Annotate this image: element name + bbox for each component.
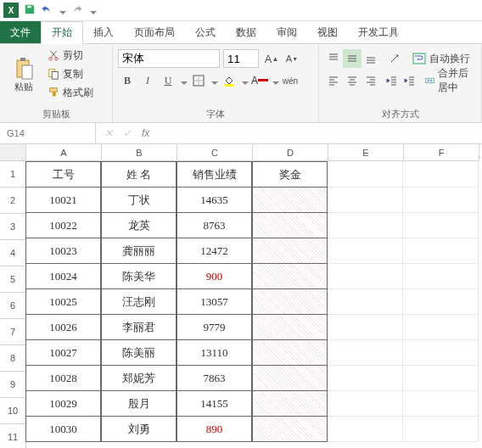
tab-page-layout[interactable]: 页面布局: [124, 21, 185, 43]
increase-font-icon[interactable]: A▲: [262, 49, 281, 68]
borders-button[interactable]: [189, 71, 208, 90]
undo-dropdown-icon[interactable]: [59, 7, 66, 14]
cell[interactable]: [403, 365, 479, 391]
italic-button[interactable]: I: [138, 71, 157, 90]
qat-customize-icon[interactable]: [90, 7, 97, 14]
row-header[interactable]: 7: [0, 319, 26, 345]
cell[interactable]: [328, 263, 403, 289]
cell[interactable]: 10022: [25, 212, 101, 238]
cell[interactable]: [328, 288, 403, 315]
fx-icon[interactable]: fx: [142, 127, 149, 139]
col-header[interactable]: D: [253, 144, 328, 161]
cell[interactable]: 890: [177, 416, 252, 442]
tab-formulas[interactable]: 公式: [185, 21, 226, 43]
cell[interactable]: 7863: [177, 365, 252, 391]
cell[interactable]: [328, 161, 403, 188]
cell[interactable]: 龙英: [101, 212, 177, 238]
cell[interactable]: [403, 263, 479, 289]
font-color-button[interactable]: A: [250, 71, 269, 90]
cell[interactable]: [328, 416, 403, 442]
cell[interactable]: [403, 238, 479, 264]
orientation-icon[interactable]: [385, 49, 404, 68]
cell[interactable]: 姓 名: [101, 161, 177, 188]
cell[interactable]: [328, 314, 403, 340]
underline-button[interactable]: U: [159, 71, 177, 90]
cell[interactable]: [252, 416, 328, 442]
decrease-indent-icon[interactable]: [385, 71, 398, 90]
cell[interactable]: 刘勇: [101, 416, 177, 442]
font-name-input[interactable]: [118, 49, 220, 68]
cell[interactable]: 9779: [177, 314, 252, 340]
cell[interactable]: 14635: [177, 187, 252, 213]
cell[interactable]: [252, 314, 328, 340]
align-middle-icon[interactable]: [343, 49, 362, 68]
wrap-text-button[interactable]: 自动换行: [409, 49, 474, 68]
cell[interactable]: [403, 288, 479, 315]
cell[interactable]: 10028: [25, 365, 101, 391]
row-header[interactable]: 4: [0, 240, 26, 266]
cell[interactable]: [403, 314, 479, 340]
cell[interactable]: 李丽君: [101, 314, 177, 340]
align-top-icon[interactable]: [324, 49, 343, 68]
cell[interactable]: [403, 161, 479, 188]
col-header[interactable]: B: [102, 144, 177, 161]
tab-data[interactable]: 数据: [226, 21, 266, 43]
cell[interactable]: [252, 288, 328, 315]
align-bottom-icon[interactable]: [362, 49, 380, 68]
copy-button[interactable]: 复制: [44, 64, 97, 83]
bold-button[interactable]: B: [118, 71, 137, 90]
cell[interactable]: 奖金: [252, 161, 328, 188]
chevron-down-icon[interactable]: [272, 77, 279, 84]
cell[interactable]: 10026: [25, 314, 101, 340]
cell[interactable]: [328, 212, 403, 238]
cell[interactable]: 汪志刚: [101, 288, 177, 315]
cell[interactable]: [403, 187, 479, 213]
cell[interactable]: [328, 187, 403, 213]
cell[interactable]: [252, 187, 328, 213]
cell[interactable]: 陈美华: [101, 263, 177, 289]
cell[interactable]: 龚丽丽: [101, 238, 177, 264]
chevron-down-icon[interactable]: [242, 77, 249, 84]
cell[interactable]: 10025: [25, 288, 101, 315]
row-header[interactable]: 6: [0, 293, 26, 319]
cell[interactable]: 10027: [25, 339, 101, 366]
cell[interactable]: [328, 365, 403, 391]
row-header[interactable]: 8: [0, 345, 26, 372]
cell[interactable]: [252, 263, 328, 289]
row-header[interactable]: 1: [0, 161, 26, 188]
cell[interactable]: 郑妮芳: [101, 365, 177, 391]
enter-icon[interactable]: ✓: [123, 127, 132, 139]
cell[interactable]: 13057: [177, 288, 252, 315]
font-size-input[interactable]: [223, 49, 259, 68]
row-header[interactable]: 3: [0, 214, 26, 240]
row-header[interactable]: 11: [0, 424, 26, 448]
tab-file[interactable]: 文件: [0, 21, 41, 43]
redo-icon[interactable]: [71, 3, 83, 18]
select-all-corner[interactable]: [0, 144, 26, 161]
cell[interactable]: [403, 339, 479, 366]
tab-developer[interactable]: 开发工具: [348, 21, 409, 43]
phonetic-button[interactable]: wén: [281, 71, 300, 90]
cell[interactable]: [403, 390, 479, 417]
save-icon[interactable]: [24, 3, 36, 18]
decrease-font-icon[interactable]: A▼: [283, 49, 301, 68]
cell[interactable]: 14155: [177, 390, 252, 417]
row-header[interactable]: 10: [0, 398, 26, 424]
col-header[interactable]: C: [177, 144, 253, 161]
tab-view[interactable]: 视图: [307, 21, 348, 43]
cell[interactable]: [252, 238, 328, 264]
cell[interactable]: [403, 416, 479, 442]
cell[interactable]: 12472: [177, 238, 252, 264]
format-painter-button[interactable]: 格式刷: [44, 83, 97, 102]
chevron-down-icon[interactable]: [211, 77, 218, 84]
cell[interactable]: 8763: [177, 212, 252, 238]
col-header[interactable]: E: [328, 144, 404, 161]
cell[interactable]: 13110: [177, 339, 252, 366]
cut-button[interactable]: 剪切: [44, 46, 97, 64]
cell[interactable]: 10023: [25, 238, 101, 264]
cell[interactable]: 10021: [25, 187, 101, 213]
undo-icon[interactable]: [41, 3, 53, 18]
cell[interactable]: [252, 390, 328, 417]
row-header[interactable]: 2: [0, 188, 26, 214]
cell[interactable]: 10024: [25, 263, 101, 289]
